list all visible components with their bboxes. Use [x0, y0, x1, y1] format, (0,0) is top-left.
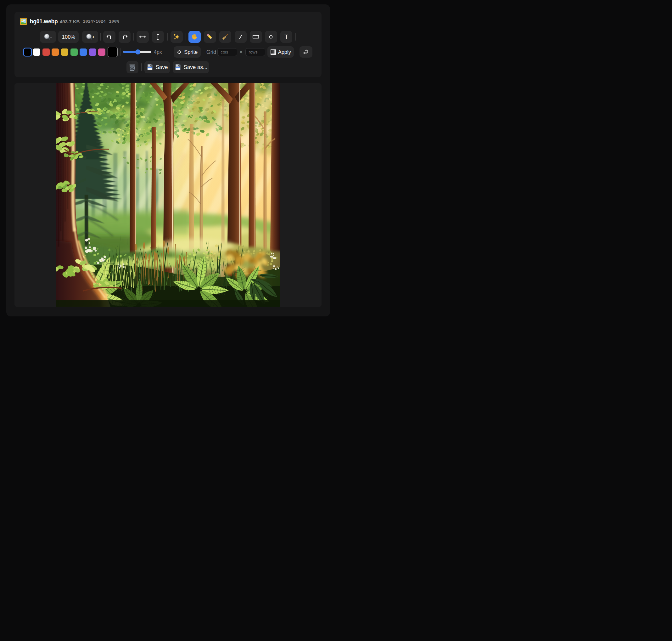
svg-text:+: +: [92, 35, 94, 39]
svg-text:−: −: [50, 35, 52, 39]
